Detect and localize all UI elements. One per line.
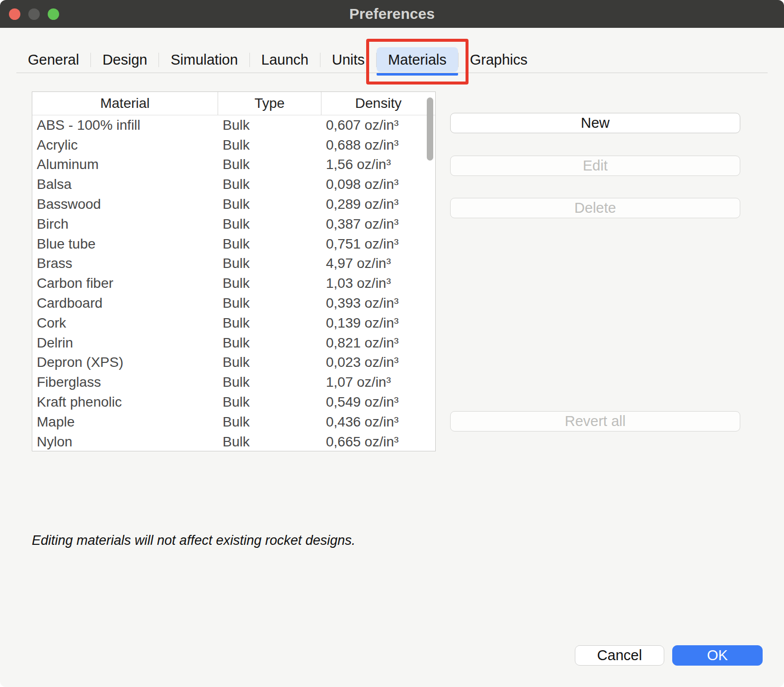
table-row[interactable]: DelrinBulk0,821 oz/in³ — [32, 333, 435, 353]
column-header-density[interactable]: Density — [321, 92, 435, 115]
materials-table: Material Type Density ABS - 100% infillB… — [32, 91, 436, 451]
density-cell: 0,751 oz/in³ — [321, 236, 435, 252]
table-row[interactable]: MapleBulk0,436 oz/in³ — [32, 412, 435, 432]
traffic-lights — [9, 0, 59, 28]
minimize-button[interactable] — [28, 8, 40, 20]
type-cell: Bulk — [218, 434, 321, 450]
material-cell: Carbon fiber — [32, 275, 218, 291]
zoom-button[interactable] — [48, 8, 59, 20]
table-row[interactable]: Kraft phenolicBulk0,549 oz/in³ — [32, 392, 435, 412]
new-button[interactable]: New — [450, 113, 740, 133]
type-cell: Bulk — [218, 295, 321, 311]
density-cell: 0,665 oz/in³ — [321, 434, 435, 450]
material-cell: Cardboard — [32, 295, 218, 311]
density-cell: 0,821 oz/in³ — [321, 335, 435, 351]
material-cell: Aluminum — [32, 157, 218, 172]
material-cell: Blue tube — [32, 236, 218, 252]
density-cell: 0,289 oz/in³ — [321, 196, 435, 212]
tab-simulation[interactable]: Simulation — [159, 47, 249, 72]
material-cell: Kraft phenolic — [32, 394, 218, 410]
tab-design[interactable]: Design — [91, 47, 158, 72]
material-cell: Brass — [32, 256, 218, 271]
titlebar: Preferences — [0, 0, 784, 28]
density-cell: 1,03 oz/in³ — [321, 275, 435, 291]
type-cell: Bulk — [218, 216, 321, 232]
table-row[interactable]: AcrylicBulk0,688 oz/in³ — [32, 135, 435, 155]
table-row[interactable]: BasswoodBulk0,289 oz/in³ — [32, 194, 435, 214]
table-row[interactable]: ABS - 100% infillBulk0,607 oz/in³ — [32, 115, 435, 135]
material-cell: ABS - 100% infill — [32, 117, 218, 133]
table-row[interactable]: CorkBulk0,139 oz/in³ — [32, 313, 435, 333]
type-cell: Bulk — [218, 157, 321, 172]
type-cell: Bulk — [218, 256, 321, 271]
material-cell: Depron (XPS) — [32, 354, 218, 370]
vertical-scrollbar[interactable] — [427, 97, 433, 161]
tab-launch[interactable]: Launch — [250, 47, 320, 72]
material-cell: Acrylic — [32, 137, 218, 153]
material-cell: Nylon — [32, 434, 218, 450]
delete-button[interactable]: Delete — [450, 198, 740, 218]
density-cell: 4,97 oz/in³ — [321, 256, 435, 271]
table-row[interactable]: BalsaBulk0,098 oz/in³ — [32, 174, 435, 194]
ok-button[interactable]: OK — [672, 645, 763, 666]
density-cell: 1,07 oz/in³ — [321, 374, 435, 390]
table-header: Material Type Density — [32, 92, 435, 115]
column-header-material[interactable]: Material — [32, 92, 218, 115]
tab-general[interactable]: General — [16, 47, 90, 72]
material-cell: Cork — [32, 315, 218, 331]
tab-bar: GeneralDesignSimulationLaunchUnitsMateri… — [16, 47, 539, 72]
material-cell: Fiberglass — [32, 374, 218, 390]
type-cell: Bulk — [218, 354, 321, 370]
type-cell: Bulk — [218, 275, 321, 291]
density-cell: 0,393 oz/in³ — [321, 295, 435, 311]
type-cell: Bulk — [218, 137, 321, 153]
window-title: Preferences — [349, 5, 435, 22]
cancel-button[interactable]: Cancel — [575, 645, 664, 666]
tab-materials[interactable]: Materials — [377, 47, 458, 72]
material-cell: Basswood — [32, 196, 218, 212]
type-cell: Bulk — [218, 117, 321, 133]
column-header-type[interactable]: Type — [218, 92, 321, 115]
material-cell: Delrin — [32, 335, 218, 351]
preferences-window: Preferences GeneralDesignSimulationLaunc… — [0, 0, 784, 687]
density-cell: 0,139 oz/in³ — [321, 315, 435, 331]
density-cell: 0,688 oz/in³ — [321, 137, 435, 153]
tab-units[interactable]: Units — [320, 47, 376, 72]
type-cell: Bulk — [218, 315, 321, 331]
table-row[interactable]: FiberglassBulk1,07 oz/in³ — [32, 372, 435, 392]
tab-bar-divider — [16, 73, 768, 73]
table-row[interactable]: Depron (XPS)Bulk0,023 oz/in³ — [32, 353, 435, 373]
density-cell: 0,436 oz/in³ — [321, 414, 435, 430]
type-cell: Bulk — [218, 176, 321, 192]
annotation-highlight-box — [366, 39, 469, 85]
close-button[interactable] — [9, 8, 20, 20]
table-row[interactable]: Carbon fiberBulk1,03 oz/in³ — [32, 273, 435, 293]
density-cell: 0,023 oz/in³ — [321, 354, 435, 370]
density-cell: 0,607 oz/in³ — [321, 117, 435, 133]
type-cell: Bulk — [218, 394, 321, 410]
density-cell: 1,56 oz/in³ — [321, 157, 435, 172]
density-cell: 0,387 oz/in³ — [321, 216, 435, 232]
density-cell: 0,549 oz/in³ — [321, 394, 435, 410]
material-cell: Birch — [32, 216, 218, 232]
type-cell: Bulk — [218, 335, 321, 351]
table-row[interactable]: Blue tubeBulk0,751 oz/in³ — [32, 234, 435, 254]
table-row[interactable]: BrassBulk4,97 oz/in³ — [32, 254, 435, 274]
type-cell: Bulk — [218, 236, 321, 252]
edit-button[interactable]: Edit — [450, 156, 740, 176]
material-cell: Balsa — [32, 176, 218, 192]
table-row[interactable]: BirchBulk0,387 oz/in³ — [32, 214, 435, 234]
type-cell: Bulk — [218, 196, 321, 212]
density-cell: 0,098 oz/in³ — [321, 176, 435, 192]
type-cell: Bulk — [218, 374, 321, 390]
type-cell: Bulk — [218, 414, 321, 430]
table-row[interactable]: CardboardBulk0,393 oz/in³ — [32, 293, 435, 313]
table-body: ABS - 100% infillBulk0,607 oz/in³Acrylic… — [32, 115, 435, 451]
tab-graphics[interactable]: Graphics — [459, 47, 539, 72]
material-cell: Maple — [32, 414, 218, 430]
table-row[interactable]: NylonBulk0,665 oz/in³ — [32, 432, 435, 451]
revert-all-button[interactable]: Revert all — [450, 411, 740, 431]
materials-note: Editing materials will not affect existi… — [32, 533, 355, 548]
table-row[interactable]: AluminumBulk1,56 oz/in³ — [32, 155, 435, 175]
